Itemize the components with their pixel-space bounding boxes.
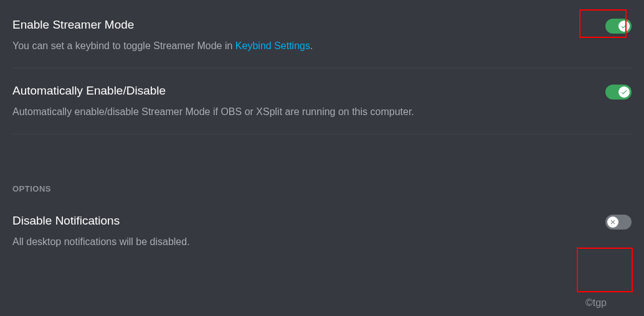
desc-suffix: . [310,40,313,51]
divider [12,134,632,134]
setting-auto-enable-disable: Automatically Enable/Disable Automatical… [12,78,632,131]
highlight-box [577,248,633,292]
watermark: ©tgp [585,297,607,309]
toggle-knob [618,86,630,98]
setting-text: Automatically Enable/Disable Automatical… [12,83,605,119]
x-icon [609,218,617,226]
keybind-settings-link[interactable]: Keybind Settings [235,40,310,51]
setting-desc: You can set a keybind to toggle Streamer… [12,39,593,53]
setting-text: Enable Streamer Mode You can set a keybi… [12,17,605,53]
check-icon [620,88,628,96]
setting-desc: All desktop notifications will be disabl… [12,235,593,249]
setting-title: Automatically Enable/Disable [12,83,593,99]
setting-title: Enable Streamer Mode [12,17,593,33]
setting-text: Disable Notifications All desktop notifi… [12,213,605,249]
setting-title: Disable Notifications [12,213,593,229]
check-icon [620,22,628,30]
setting-enable-streamer-mode: Enable Streamer Mode You can set a keybi… [12,12,632,65]
toggle-knob [607,216,618,228]
divider [12,68,632,68]
setting-desc: Automatically enable/disable Streamer Mo… [12,105,593,119]
toggle-enable-streamer-mode[interactable] [605,19,632,34]
toggle-disable-notifications[interactable] [605,215,632,230]
toggle-auto-enable-disable[interactable] [605,85,632,100]
setting-disable-notifications: Disable Notifications All desktop notifi… [12,208,632,254]
section-header-options: OPTIONS [12,184,632,193]
desc-prefix: You can set a keybind to toggle Streamer… [12,40,235,51]
toggle-knob [618,21,630,32]
